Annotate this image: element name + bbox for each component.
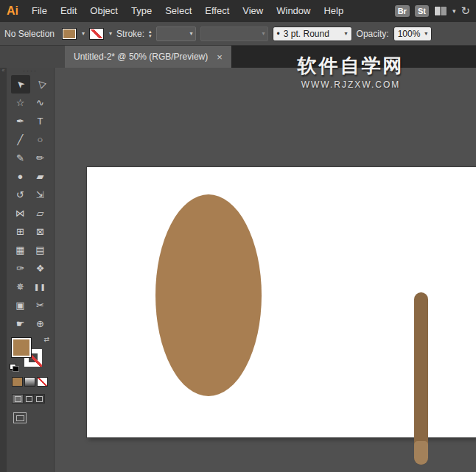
menu-view[interactable]: View: [236, 0, 270, 22]
document-tab-title: Untitled-2* @ 50% (RGB/Preview): [74, 52, 208, 62]
magic-wand-tool[interactable]: ☆: [11, 94, 30, 112]
draw-inside-button[interactable]: [34, 395, 44, 403]
type-tool[interactable]: T: [31, 112, 50, 130]
opacity-dropdown-icon[interactable]: ▾: [424, 30, 427, 37]
tab-close-icon[interactable]: ×: [217, 52, 223, 63]
width-profile-dropdown[interactable]: ▾: [200, 27, 268, 41]
paintbrush-tool[interactable]: ✎: [11, 149, 30, 167]
selection-status: No Selection: [4, 29, 55, 39]
fill-indicator[interactable]: [11, 337, 32, 358]
menu-help[interactable]: Help: [317, 0, 350, 22]
menu-file[interactable]: File: [25, 0, 54, 22]
magic-wand-tool-icon: ☆: [16, 97, 25, 108]
none-button[interactable]: [37, 377, 48, 387]
scale-tool[interactable]: ⇲: [31, 186, 50, 204]
gradient-tool-icon: ▤: [35, 244, 44, 256]
panel-drag-handle[interactable]: ····: [7, 68, 54, 75]
ellipse-tool[interactable]: ○: [31, 130, 50, 149]
blob-brush-tool[interactable]: ●: [11, 167, 30, 186]
scale-tool-icon: ⇲: [36, 189, 44, 200]
drawing-modes: [12, 394, 45, 404]
menu-edit[interactable]: Edit: [54, 0, 83, 22]
opacity-dropdown[interactable]: 100% ▾: [393, 27, 432, 41]
shape-builder-tool[interactable]: ⊞: [11, 222, 30, 241]
opacity-label[interactable]: Opacity:: [357, 29, 389, 39]
fill-color-swatch[interactable]: [62, 28, 77, 40]
direct-selection-tool[interactable]: ▷: [31, 75, 50, 94]
sync-settings-icon[interactable]: ↻: [461, 4, 470, 18]
canvas-area[interactable]: [55, 68, 476, 472]
watermark-url: WWW.RJZXW.COM: [282, 80, 419, 90]
perspective-grid-tool-icon: ⊠: [36, 226, 44, 237]
document-tab[interactable]: Untitled-2* @ 50% (RGB/Preview) ×: [65, 46, 232, 68]
lasso-tool-icon: ∿: [36, 97, 44, 108]
menu-window[interactable]: Window: [270, 0, 317, 22]
brush-definition-dropdown[interactable]: • 3 pt. Round ▾: [273, 27, 352, 41]
fill-dropdown-icon[interactable]: ▾: [82, 30, 85, 37]
gradient-button[interactable]: [24, 377, 35, 387]
stroke-label[interactable]: Stroke:: [116, 29, 144, 39]
stroke-weight-stepper[interactable]: ▴▾: [149, 29, 152, 38]
gradient-tool[interactable]: ▤: [31, 241, 50, 259]
brush-definition-value: 3 pt. Round: [284, 29, 340, 39]
zoom-tool-icon: ⊕: [36, 318, 44, 329]
stick-tip-shape: [414, 441, 428, 465]
blend-tool[interactable]: ❖: [31, 259, 50, 278]
line-tool[interactable]: ╱: [11, 130, 30, 149]
eyedropper-tool[interactable]: ✑: [11, 259, 30, 278]
free-transform-tool-icon: ▱: [37, 208, 44, 219]
hand-tool-icon: ☛: [16, 318, 25, 329]
menu-type[interactable]: Type: [125, 0, 158, 22]
stroke-color-swatch[interactable]: [89, 28, 104, 40]
stick-shape[interactable]: [414, 292, 428, 465]
style-button[interactable]: St: [415, 5, 429, 17]
color-mode-buttons: [7, 377, 54, 387]
zoom-tool[interactable]: ⊕: [31, 314, 50, 333]
ellipse-tool-icon: ○: [38, 134, 43, 145]
menu-bar: Ai File Edit Object Type Select Effect V…: [0, 0, 476, 22]
artboard-tool[interactable]: ▣: [11, 296, 30, 314]
selection-tool[interactable]: ➤: [11, 75, 30, 94]
pencil-tool[interactable]: ✏: [31, 149, 50, 167]
free-transform-tool[interactable]: ▱: [31, 204, 50, 222]
width-tool[interactable]: ⋈: [11, 204, 30, 222]
slice-tool-icon: ✂: [36, 300, 44, 311]
app-logo: Ai: [0, 4, 25, 18]
pen-tool[interactable]: ✒: [11, 112, 30, 130]
swap-fill-stroke-icon[interactable]: ⇄: [43, 336, 49, 343]
menu-select[interactable]: Select: [158, 0, 198, 22]
perspective-grid-tool[interactable]: ⊠: [31, 222, 50, 241]
tool-grid: ➤ ▷ ☆ ∿ ✒ T ╱ ○ ✎ ✏ ● ▰ ↺ ⇲ ⋈ ▱ ⊞ ⊠ ▦ ▤ …: [7, 75, 54, 333]
screen-mode-button[interactable]: [13, 412, 27, 423]
draw-normal-button[interactable]: [13, 395, 24, 403]
shape-builder-tool-icon: ⊞: [16, 226, 24, 237]
line-tool-icon: ╱: [18, 134, 24, 145]
bridge-button[interactable]: Br: [395, 5, 410, 17]
symbol-sprayer-tool[interactable]: ✵: [11, 278, 30, 296]
fill-stroke-indicator: ⇄: [7, 336, 54, 373]
column-graph-tool[interactable]: ❚❚: [31, 278, 50, 296]
mesh-tool[interactable]: ▦: [11, 241, 30, 259]
draw-behind-button[interactable]: [24, 395, 35, 403]
opacity-value: 100%: [398, 29, 421, 39]
rotate-tool[interactable]: ↺: [11, 186, 30, 204]
workspace-switcher-icon[interactable]: [434, 6, 447, 16]
default-fill-stroke-icon[interactable]: [10, 364, 18, 371]
ellipse-shape[interactable]: [155, 194, 262, 396]
slice-tool[interactable]: ✂: [31, 296, 50, 314]
width-tool-icon: ⋈: [15, 208, 25, 219]
stroke-dropdown-icon[interactable]: ▾: [109, 30, 112, 37]
lasso-tool[interactable]: ∿: [31, 94, 50, 112]
stroke-weight-dropdown[interactable]: ▾: [156, 27, 196, 41]
chevron-down-icon[interactable]: ▾: [452, 7, 456, 15]
brush-dropdown-icon[interactable]: ▾: [345, 30, 348, 37]
menu-effect[interactable]: Effect: [198, 0, 236, 22]
default-stroke-mini: [13, 366, 19, 372]
eraser-tool[interactable]: ▰: [31, 167, 50, 186]
menu-object[interactable]: Object: [83, 0, 125, 22]
hand-tool[interactable]: ☛: [11, 314, 30, 333]
color-button[interactable]: [12, 377, 23, 387]
column-graph-tool-icon: ❚❚: [34, 283, 46, 291]
brush-preview-dot: •: [277, 29, 280, 39]
mesh-tool-icon: ▦: [15, 244, 24, 256]
